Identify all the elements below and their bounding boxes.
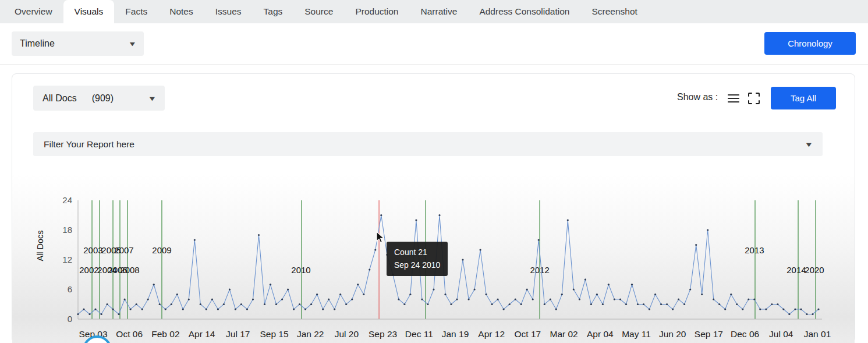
series-dot (596, 294, 598, 295)
year-annotation: 2007 (114, 245, 133, 255)
series-dot (159, 303, 161, 305)
series-dot (403, 303, 405, 305)
mouse-cursor-icon (375, 231, 387, 244)
series-dot (701, 294, 703, 295)
series-dot (77, 313, 79, 315)
x-tick-label: Jul 20 (335, 329, 359, 339)
tab-visuals[interactable]: Visuals (63, 0, 115, 23)
tab-facts[interactable]: Facts (114, 0, 158, 23)
series-dot (310, 303, 312, 305)
year-annotation: 2009 (152, 245, 171, 255)
series-dot (211, 298, 213, 300)
series-dot (112, 308, 114, 310)
docs-filter-label: All Docs (42, 93, 77, 104)
series-dot (147, 298, 149, 300)
series-dot (590, 303, 592, 305)
tab-production[interactable]: Production (344, 0, 409, 23)
x-tick-label: Jan 22 (297, 329, 324, 339)
series-dot (515, 298, 516, 300)
tab-issues[interactable]: Issues (204, 0, 253, 23)
series-dot (724, 308, 726, 310)
series-dot (718, 303, 720, 305)
x-tick-label: Dec 06 (731, 329, 759, 339)
series-dot (200, 303, 201, 305)
tab-label: Narrative (421, 6, 458, 17)
x-tick-label: Jul 17 (226, 329, 250, 339)
list-view-icon[interactable] (726, 91, 741, 105)
tag-all-button[interactable]: Tag All (771, 87, 836, 109)
tab-screenshot[interactable]: Screenshot (580, 0, 648, 23)
timeline-chart[interactable]: 06121824Sep 03Oct 06Feb 02Apr 14Jul 17Se… (12, 173, 855, 343)
series-dot (771, 303, 773, 305)
series-dot (561, 294, 563, 295)
series-dot (782, 308, 784, 310)
chevron-down-icon: ▼ (148, 95, 157, 102)
series-dot (509, 303, 511, 305)
tab-overview[interactable]: Overview (3, 0, 63, 23)
visuals-toolbar: Timeline ▼ Chronology (0, 23, 868, 65)
series-dot (456, 298, 458, 300)
view-type-select[interactable]: Timeline ▼ (12, 31, 144, 56)
series-dot (468, 298, 470, 300)
series-dot (619, 298, 621, 300)
tab-source[interactable]: Source (293, 0, 344, 23)
x-tick-label: Mar 02 (550, 329, 578, 339)
series-dot (217, 308, 219, 310)
series-dot (165, 308, 166, 310)
year-annotation: 2012 (530, 265, 549, 275)
series-dot (520, 303, 522, 305)
series-dot (608, 284, 610, 285)
series-dot (252, 298, 254, 300)
series-dot (438, 214, 440, 216)
x-tick-label: Dec 11 (405, 329, 433, 339)
series-dot (753, 298, 755, 300)
year-annotation: 2013 (745, 245, 764, 255)
series-dot (223, 303, 225, 305)
y-tick-label: 18 (62, 225, 72, 235)
y-tick-label: 0 (68, 314, 72, 324)
series-dot (765, 308, 767, 310)
chevron-down-icon: ▼ (128, 40, 137, 47)
series-dot (171, 303, 172, 305)
series-dot (584, 278, 586, 280)
report-filter-input[interactable]: Filter Your Report here ▼ (33, 132, 823, 156)
year-annotation: 2008 (120, 265, 139, 275)
screenshot-view-icon[interactable] (746, 91, 761, 105)
x-tick-label: Apr 12 (478, 329, 505, 339)
x-tick-label: Sep 23 (369, 329, 397, 339)
series-dot (258, 234, 260, 236)
tab-label: Facts (125, 6, 147, 17)
x-tick-label: Sep 15 (260, 329, 288, 339)
series-dot (713, 298, 714, 300)
chevron-down-icon: ▼ (805, 141, 813, 148)
year-annotation: 2002 (79, 265, 98, 275)
series-dot (345, 303, 347, 305)
x-tick-label: Oct 06 (116, 329, 143, 339)
series-dot (153, 284, 155, 285)
x-tick-label: Jan 01 (804, 329, 831, 339)
series-dot (742, 308, 743, 310)
tab-label: Address Consolidation (479, 6, 569, 17)
tab-address-consolidation[interactable]: Address Consolidation (468, 0, 580, 23)
tab-narrative[interactable]: Narrative (410, 0, 469, 23)
series-dot (270, 284, 271, 285)
series-dot (579, 298, 580, 300)
x-tick-label: Feb 02 (151, 329, 179, 339)
series-dot (83, 308, 84, 310)
series-dot (293, 308, 295, 310)
tab-notes[interactable]: Notes (158, 0, 204, 23)
docs-count: (909) (92, 93, 114, 104)
docs-filter-select[interactable]: All Docs (909) ▼ (33, 86, 165, 111)
series-dot (444, 294, 446, 295)
series-dot (176, 294, 178, 295)
tab-label: Overview (15, 6, 52, 17)
x-tick-label: Apr 04 (587, 329, 614, 339)
chart-tooltip: Count 21 Sep 24 2010 (387, 242, 448, 276)
tab-tags[interactable]: Tags (253, 0, 294, 23)
tab-label: Notes (169, 6, 193, 17)
x-tick-label: Sep 17 (695, 329, 723, 339)
show-as-label: Show as : (677, 92, 718, 102)
x-tick-label: Jul 04 (769, 329, 793, 339)
chronology-button[interactable]: Chronology (764, 32, 856, 55)
series-dot (281, 298, 283, 300)
